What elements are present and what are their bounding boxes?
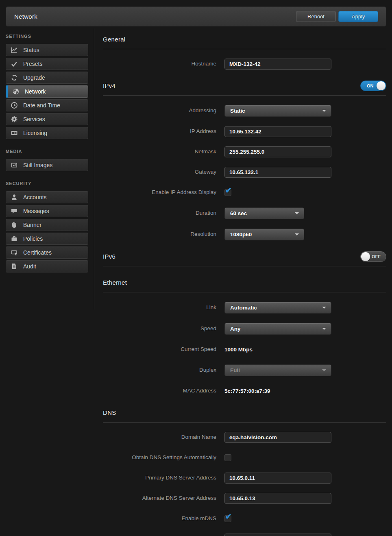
hostname-row: Hostname: [103, 59, 386, 70]
netmask-row: Netmask: [103, 146, 386, 157]
selected-value: Full: [230, 367, 240, 373]
addressing-row: Addressing Static: [103, 105, 386, 117]
license-card-icon: [11, 130, 17, 137]
chevron-down-icon: [322, 328, 326, 330]
sidebar-item-messages[interactable]: Messages: [6, 205, 88, 217]
chevron-down-icon: [322, 369, 326, 371]
sidebar-item-label: Accounts: [23, 194, 47, 200]
sidebar-item-network[interactable]: Network: [6, 85, 88, 98]
section-title: IPv4: [103, 82, 115, 89]
sidebar-item-label: Messages: [23, 208, 49, 214]
ipv6-toggle[interactable]: OFF: [360, 251, 386, 262]
reboot-button[interactable]: Reboot: [296, 11, 336, 22]
section-ipv4: IPv4 ON Addressing Static IP Address Net…: [103, 80, 386, 240]
audit-log-icon: [11, 263, 17, 270]
duration-row: Duration 60 sec: [103, 207, 386, 219]
sidebar-item-banner[interactable]: Banner: [6, 219, 88, 231]
sidebar-section-label: SETTINGS: [6, 34, 88, 39]
field-label: MAC Address: [103, 388, 224, 394]
topbar-actions: Reboot Apply: [296, 11, 378, 22]
sidebar-item-label: Licensing: [23, 130, 47, 136]
main-content: General Hostname IPv4 ON Addressing Stat…: [94, 28, 392, 536]
obtain-dns-row: Obtain DNS Settings Automatically: [103, 452, 386, 463]
alternate-dns-row: Alternate DNS Server Address: [103, 493, 386, 504]
mac-address-value: 5c:77:57:00:a7:39: [224, 388, 270, 394]
duration-select[interactable]: 60 sec: [224, 207, 304, 219]
sidebar-item-certificates[interactable]: Certificates: [6, 246, 88, 259]
ipv4-toggle[interactable]: ON: [360, 81, 386, 91]
enable-ip-display-checkbox[interactable]: [224, 189, 231, 196]
sidebar-item-accounts[interactable]: Accounts: [6, 191, 88, 203]
sidebar: SETTINGS Status Presets Upgrade Network: [0, 28, 94, 309]
section-ipv4-header: IPv4 ON: [103, 80, 386, 96]
field-label: Alternate DNS Server Address: [103, 495, 224, 501]
chevron-down-icon: [295, 233, 299, 235]
field-label: Duration: [103, 210, 224, 216]
toggle-knob: [377, 81, 385, 90]
apply-button[interactable]: Apply: [338, 11, 378, 22]
hostname-input[interactable]: [224, 59, 331, 70]
resolution-select[interactable]: 1080p60: [224, 229, 304, 240]
field-label: IP Address: [103, 128, 224, 135]
duplex-select: Full: [224, 364, 331, 376]
link-select[interactable]: Automatic: [224, 302, 331, 314]
sidebar-item-services[interactable]: Services: [6, 113, 88, 125]
speed-select[interactable]: Any: [224, 323, 331, 335]
field-label: Speed: [103, 325, 224, 332]
ip-address-input[interactable]: [224, 126, 331, 137]
gateway-input[interactable]: [224, 167, 331, 178]
selected-value: Static: [230, 108, 245, 114]
sidebar-item-label: Presets: [23, 61, 42, 67]
sidebar-item-presets[interactable]: Presets: [6, 58, 88, 70]
netmask-input[interactable]: [224, 146, 331, 157]
alternate-dns-input[interactable]: [224, 493, 331, 504]
sidebar-item-label: Still Images: [23, 162, 52, 168]
section-dns: DNS Domain Name Obtain DNS Settings Auto…: [103, 407, 386, 536]
addressing-select[interactable]: Static: [224, 105, 331, 117]
sidebar-item-upgrade[interactable]: Upgrade: [6, 72, 88, 84]
chart-line-icon: [11, 47, 17, 54]
section-ipv6: IPv6 OFF: [103, 251, 386, 266]
domain-name-input[interactable]: [224, 432, 331, 443]
section-dns-header: DNS: [103, 407, 386, 423]
enable-mdns-row: Enable mDNS: [103, 513, 386, 524]
selected-value: Automatic: [230, 305, 257, 311]
sidebar-group-settings: SETTINGS Status Presets Upgrade Network: [6, 34, 88, 139]
enable-mdns-checkbox[interactable]: [224, 515, 231, 522]
toggle-state-label: OFF: [372, 254, 381, 259]
sidebar-item-audit[interactable]: Audit: [6, 260, 88, 272]
section-title: Ethernet: [103, 279, 127, 286]
section-ethernet-header: Ethernet: [103, 277, 386, 292]
sidebar-item-date-and-time[interactable]: Date and Time: [6, 99, 88, 111]
primary-dns-row: Primary DNS Server Address: [103, 473, 386, 484]
section-general-header: General: [103, 34, 386, 49]
section-title: General: [103, 36, 125, 43]
sidebar-group-media: MEDIA Still Images: [6, 149, 88, 171]
mdns-identifier-row: mDNS Identifier: [103, 534, 386, 536]
title-bar: Network Reboot Apply: [6, 7, 386, 26]
sidebar-item-still-images[interactable]: Still Images: [6, 159, 88, 171]
field-label: Enable mDNS: [103, 515, 224, 522]
field-label: Domain Name: [103, 434, 224, 440]
primary-dns-input[interactable]: [224, 473, 331, 484]
speed-row: Speed Any: [103, 323, 386, 335]
section-general: General Hostname: [103, 34, 386, 70]
field-label: Gateway: [103, 169, 224, 175]
image-icon: [11, 162, 17, 169]
sidebar-item-label: Status: [23, 47, 39, 53]
check-icon: [11, 61, 17, 68]
sidebar-item-licensing[interactable]: Licensing: [6, 127, 88, 139]
sidebar-item-policies[interactable]: Policies: [6, 233, 88, 245]
gateway-row: Gateway: [103, 167, 386, 178]
sidebar-item-label: Banner: [23, 222, 41, 228]
mdns-identifier-input[interactable]: [224, 534, 331, 536]
enable-ip-display-row: Enable IP Address Display: [103, 187, 386, 198]
chevron-down-icon: [322, 110, 326, 112]
sidebar-item-status[interactable]: Status: [6, 44, 88, 56]
selected-value: 1080p60: [230, 231, 252, 237]
obtain-dns-checkbox[interactable]: [224, 454, 231, 461]
chevron-down-icon: [322, 307, 326, 309]
sidebar-item-label: Certificates: [23, 249, 52, 256]
field-label: Obtain DNS Settings Automatically: [103, 454, 224, 461]
duplex-row: Duplex Full: [103, 364, 386, 376]
